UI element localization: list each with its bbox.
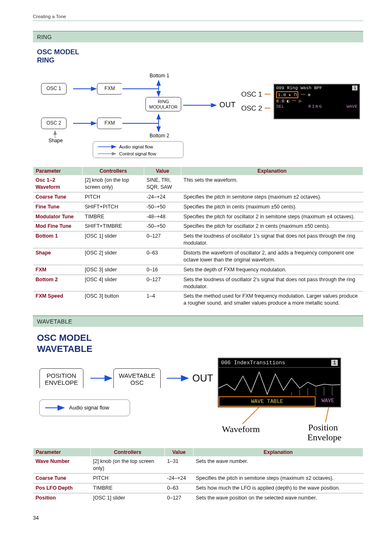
cell-ctrl: [OSC 3] button <box>83 291 144 308</box>
side-osc2: OSC 2 <box>238 104 262 113</box>
cell-ctrl: PITCH <box>83 192 144 202</box>
wavetable-model-header: OSC MODEL WAVETABLE <box>33 333 363 354</box>
th-exp2: Explanation <box>194 448 363 457</box>
cell-param: Modulator Tune <box>33 212 83 222</box>
dev-ring: RING <box>309 104 323 109</box>
cell-exp: Specifies the pitch in cents (maximum ±5… <box>181 202 363 212</box>
th-ctrl: Controllers <box>83 167 144 176</box>
cell-val: -50–+50 <box>144 222 181 231</box>
ring-model-header: OSC MODEL RING <box>33 48 363 64</box>
blk-fxm-1: FXM <box>97 83 122 95</box>
cell-val: 1–4 <box>144 291 181 308</box>
cell-param: Wave Number <box>33 457 91 474</box>
th-exp: Explanation <box>181 167 363 176</box>
cell-exp: Sets the wave position on the selected w… <box>194 493 363 502</box>
breadcrumb: Creating a Tone <box>33 14 363 21</box>
cell-val: -50–+50 <box>144 202 181 212</box>
dev-corner: 1 <box>352 86 357 90</box>
page-number: 34 <box>33 515 363 521</box>
dev-top: 009 Ring Wash BPF <box>276 86 322 90</box>
cell-exp: Specifies the pitch for oscillator 2 in … <box>181 222 363 231</box>
cell-ctrl: [OSC 4] slider <box>83 275 144 291</box>
ring-diagram: OSC 1 OSC 2 FXM FXM RING MODULATOR Botto… <box>33 64 363 165</box>
cell-exp: Specifies the pitch in semitone steps (m… <box>181 192 363 202</box>
cell-val: 0–63 <box>144 248 181 265</box>
cell-exp: Specifies the pitch for oscillator 2 in … <box>181 212 363 222</box>
cell-exp: Sets the method used for FXM frequency m… <box>181 291 363 308</box>
lbl-out-wt: OUT <box>192 372 213 384</box>
cell-exp: Sets the loudness of oscillator 2's sign… <box>181 275 363 291</box>
annot-position-l1: Position <box>308 422 338 432</box>
cell-ctrl: PITCH <box>91 473 165 483</box>
cell-val: 0–127 <box>144 231 181 248</box>
table-row: Shape[OSC 2] slider0–63Distorts the wave… <box>33 248 363 265</box>
side-osc1: OSC 1 <box>238 90 262 99</box>
cell-param: Mod Fine Tune <box>33 222 83 231</box>
wavetable-diagram: POSITION ENVELOPE WAVETABLE OSC OUT Audi… <box>33 354 363 446</box>
table-row: Coarse TunePITCH-24–+24Specifies the pit… <box>33 192 363 202</box>
th-param: Parameter <box>33 167 83 176</box>
cell-ctrl: [OSC 3] slider <box>83 265 144 275</box>
dev2-corner: 1 <box>331 360 338 366</box>
cell-param: Coarse Tune <box>33 192 83 202</box>
section-wavetable: WAVETABLE <box>33 315 363 327</box>
legend-control: Control signal flow <box>119 151 156 156</box>
wt-model-l2: WAVETABLE <box>37 344 363 354</box>
cell-param: Bottom 1 <box>33 231 83 248</box>
th-ctrl2: Controllers <box>91 448 165 457</box>
dev-wave: WAVE <box>347 104 357 109</box>
cell-val: -24–+24 <box>165 473 194 483</box>
lbl-bottom2: Bottom 2 <box>150 133 169 139</box>
blk-fxm-2: FXM <box>97 118 122 129</box>
table-row: Fine TuneSHIFT+PITCH-50–+50Specifies the… <box>33 202 363 212</box>
cell-param: Coarse Tune <box>33 473 91 483</box>
cell-param: Pos LFO Depth <box>33 483 91 493</box>
cell-param: Fine Tune <box>33 202 83 212</box>
legend-audio-wt: Audio signal flow <box>69 405 109 411</box>
legend-audio: Audio signal flow <box>119 144 153 149</box>
ring-param-table: Parameter Controllers Value Explanation … <box>33 166 363 308</box>
ringmod-l2: MODULATOR <box>149 104 178 109</box>
cell-val: 0–63 <box>165 483 194 493</box>
lbl-bottom1: Bottom 1 <box>150 73 169 79</box>
annot-waveform: Waveform <box>222 424 260 434</box>
device-screenshot-wt: 006 IndexTransitions 1 WAVE TABLE WAVE <box>218 358 341 407</box>
cell-ctrl: [OSC 1] slider <box>91 493 165 502</box>
cell-ctrl: SHIFT+TIMBRE <box>83 222 144 231</box>
cell-val: -24–+24 <box>144 192 181 202</box>
th-val2: Value <box>165 448 194 457</box>
cell-param: Position <box>33 493 91 502</box>
cell-exp: Specifies the pitch in semitone steps (m… <box>194 473 363 483</box>
dev-v2: 8.0 <box>276 99 284 104</box>
cell-param: FXM <box>33 265 83 275</box>
svg-line-26 <box>325 407 329 422</box>
cell-val: 1–31 <box>165 457 194 474</box>
dev-sel: SEL <box>276 104 284 109</box>
lbl-out: OUT <box>219 101 236 109</box>
lbl-shape: Shape <box>48 138 63 143</box>
dev-v1: 1.0 <box>278 92 286 97</box>
blk-posenv: POSITION ENVELOPE <box>39 368 83 388</box>
ring-model-l1: OSC MODEL <box>37 48 363 56</box>
wt-model-l1: OSC MODEL <box>37 333 363 343</box>
table-row: Wave Number[2] knob (on the top screen o… <box>33 457 363 474</box>
th-val: Value <box>144 167 181 176</box>
svg-line-25 <box>242 407 259 424</box>
cell-exp: Distorts the waveform of oscillator 2, a… <box>181 248 363 265</box>
cell-val: -48–+48 <box>144 212 181 222</box>
cell-exp: Sets the depth of FXM frequency modulati… <box>181 265 363 275</box>
annot-position-l2: Envelope <box>307 432 341 442</box>
cell-exp: Sets the loudness of oscillator 1's sign… <box>181 231 363 248</box>
table-row: Position[OSC 1] slider0–127Sets the wave… <box>33 493 363 502</box>
wavetable-param-table: Parameter Controllers Value Explanation … <box>33 448 363 502</box>
table-row: Mod Fine TuneSHIFT+TIMBRE-50–+50Specifie… <box>33 222 363 231</box>
wtosc-l1: WAVETABLE <box>119 372 155 379</box>
posenv-l1: POSITION <box>47 372 76 379</box>
blk-ring-mod: RING MODULATOR <box>145 97 181 111</box>
cell-param: FXM Speed <box>33 291 83 308</box>
section-ring: RING <box>33 31 363 42</box>
blk-osc1: OSC 1 <box>41 83 67 95</box>
dev2-wave: WAVE <box>316 396 340 407</box>
table-row: Coarse TunePITCH-24–+24Specifies the pit… <box>33 473 363 483</box>
dev2-top: 006 IndexTransitions <box>221 360 285 366</box>
